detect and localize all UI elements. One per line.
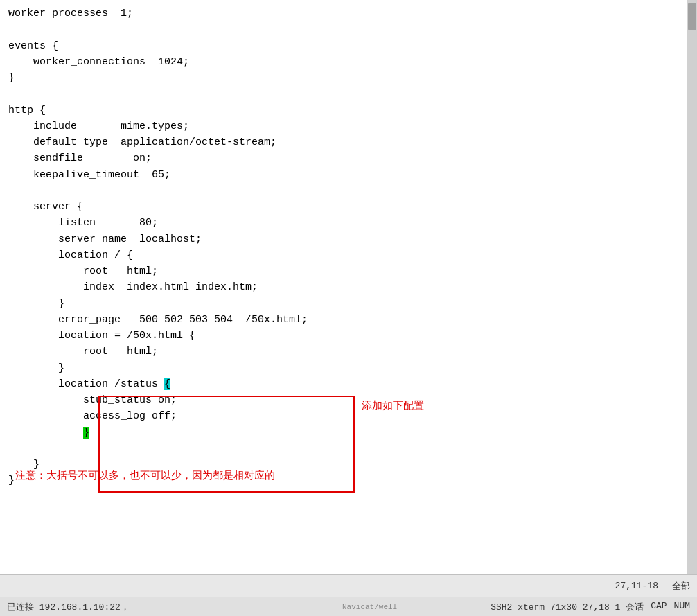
scrollbar[interactable] — [687, 0, 697, 574]
connection-status: 已连接 192.168.1.10:22， — [7, 601, 249, 613]
line-25: stub_status on; — [8, 394, 177, 406]
line-18: index index.html index.htm; — [8, 281, 258, 293]
line-13: server { — [8, 201, 83, 213]
caps-indicator: CAP — [651, 601, 667, 613]
num-indicator: NUM — [674, 601, 690, 613]
cursor-position: 27,11-18 — [615, 581, 658, 591]
line-24: location /status { — [8, 378, 170, 390]
cyan-brace: { — [164, 378, 170, 390]
line-14: listen 80; — [8, 217, 158, 229]
watermark: Navicat/well — [249, 603, 491, 611]
line-1: worker_processes 1; — [8, 8, 133, 19]
note-text: 大括号不可以多，也不可以少，因为都是相对应的 — [46, 469, 275, 481]
line-15: server_name localhost; — [8, 234, 202, 245]
line-17: root html; — [8, 265, 158, 277]
line-8: include mime.types; — [8, 121, 189, 132]
green-brace: } — [83, 427, 89, 439]
code-content: worker_processes 1; events { worker_conn… — [8, 6, 679, 489]
status-bar: 27,11-18 全部 — [0, 574, 697, 597]
line-16: location / { — [8, 249, 133, 261]
editor-area: worker_processes 1; events { worker_conn… — [0, 0, 697, 574]
status-right: 27,11-18 全部 — [615, 580, 690, 592]
bottom-bar: 已连接 192.168.1.10:22， Navicat/well SSH2 x… — [0, 597, 697, 616]
code-pane[interactable]: worker_processes 1; events { worker_conn… — [0, 0, 687, 574]
note-annotation: 注意：大括号不可以多，也不可以少，因为都是相对应的 — [15, 469, 275, 482]
line-3: events { — [8, 40, 58, 52]
line-19: } — [8, 298, 64, 310]
code-wrapper: worker_processes 1; events { worker_conn… — [8, 6, 679, 489]
line-27: } — [8, 427, 89, 439]
status-all-label: 全部 — [672, 580, 690, 592]
add-config-annotation: 添加如下配置 — [362, 399, 424, 412]
session-info: SSH2 xterm 71x30 27,18 1 会话 — [491, 601, 644, 613]
line-30: } — [8, 475, 15, 486]
line-26: access_log off; — [8, 410, 177, 422]
scrollbar-thumb[interactable] — [688, 3, 696, 30]
line-21: location = /50x.html { — [8, 330, 195, 342]
line-9: default_type application/octet-stream; — [8, 137, 276, 148]
line-22: root html; — [8, 346, 158, 358]
line-20: error_page 500 502 503 504 /50x.html; — [8, 314, 308, 326]
note-label: 注意： — [15, 469, 46, 481]
line-11: keepalive_timeout 65; — [8, 169, 170, 181]
line-7: http { — [8, 105, 46, 116]
line-23: } — [8, 362, 64, 374]
line-10: sendfile on; — [8, 152, 152, 164]
line-4: worker_connections 1024; — [8, 56, 189, 68]
session-info-area: SSH2 xterm 71x30 27,18 1 会话 CAP NUM — [491, 601, 690, 613]
line-5: } — [8, 72, 15, 84]
